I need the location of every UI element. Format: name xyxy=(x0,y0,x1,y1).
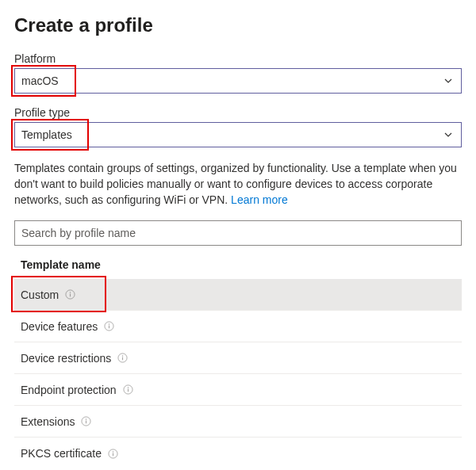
profile-type-value: Templates xyxy=(21,128,72,141)
profile-type-label: Profile type xyxy=(14,106,462,119)
info-icon xyxy=(117,353,128,363)
svg-rect-17 xyxy=(113,453,113,456)
template-row-endpoint-protection[interactable]: Endpoint protection xyxy=(14,374,462,406)
svg-point-1 xyxy=(70,292,71,292)
svg-rect-2 xyxy=(70,294,71,297)
info-icon xyxy=(104,321,114,331)
template-row-device-features[interactable]: Device features xyxy=(14,311,462,342)
template-name-label: Device restrictions xyxy=(21,352,111,365)
chevron-down-icon xyxy=(443,76,453,86)
info-icon xyxy=(123,384,133,395)
learn-more-link[interactable]: Learn more xyxy=(231,193,288,206)
svg-rect-14 xyxy=(86,421,86,424)
template-name-label: Endpoint protection xyxy=(21,384,117,396)
template-row-custom[interactable]: Custom xyxy=(14,279,462,311)
template-row-pkcs-certificate[interactable]: PKCS certificate xyxy=(14,438,462,469)
svg-point-16 xyxy=(113,451,113,452)
svg-point-4 xyxy=(109,323,109,324)
profile-type-dropdown-wrapper: Templates xyxy=(14,122,462,147)
page-title: Create a profile xyxy=(14,14,462,36)
info-icon xyxy=(108,449,118,459)
template-name-label: PKCS certificate xyxy=(21,447,102,460)
svg-rect-5 xyxy=(109,326,109,329)
platform-value: macOS xyxy=(21,75,59,87)
chevron-down-icon xyxy=(443,130,453,139)
platform-label: Platform xyxy=(14,52,462,65)
svg-point-13 xyxy=(86,418,86,419)
svg-rect-11 xyxy=(128,389,129,392)
platform-dropdown-wrapper: macOS xyxy=(14,68,462,94)
info-icon xyxy=(65,289,75,300)
template-name-label: Custom xyxy=(21,288,59,301)
profile-type-dropdown[interactable]: Templates xyxy=(14,122,462,147)
info-icon xyxy=(81,416,91,426)
template-name-label: Device features xyxy=(21,320,98,333)
platform-dropdown[interactable]: macOS xyxy=(14,68,462,94)
svg-rect-8 xyxy=(122,357,123,361)
search-input[interactable] xyxy=(14,220,462,246)
template-name-label: Extensions xyxy=(21,415,75,428)
svg-point-10 xyxy=(127,387,128,388)
svg-point-7 xyxy=(122,355,123,356)
template-name-column-header: Template name xyxy=(14,254,462,279)
template-row-extensions[interactable]: Extensions xyxy=(14,406,462,438)
template-row-device-restrictions[interactable]: Device restrictions xyxy=(14,342,462,374)
template-list: Custom Device features Device restrictio… xyxy=(14,279,462,469)
description-text: Templates contain groups of settings, or… xyxy=(14,160,462,208)
